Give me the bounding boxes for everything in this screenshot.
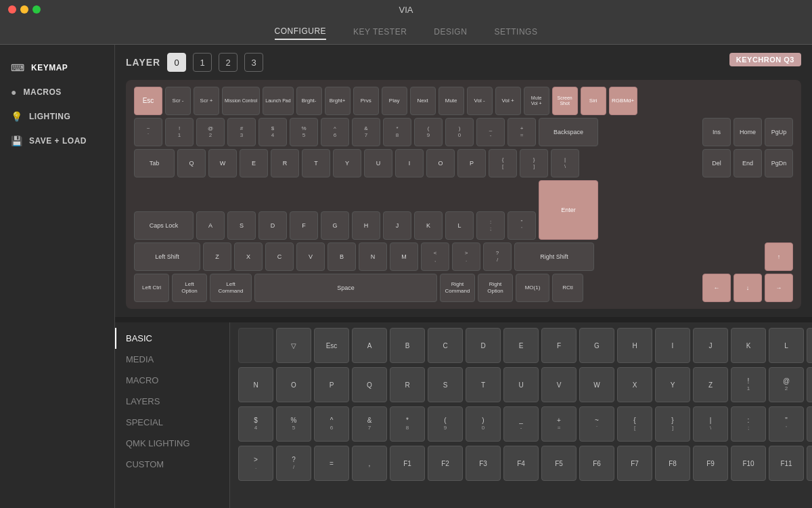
picker-key-g[interactable]: G: [579, 328, 614, 363]
picker-key-i[interactable]: I: [655, 328, 690, 363]
picker-key-dquote[interactable]: "': [769, 406, 804, 442]
picker-key-gt[interactable]: >.: [238, 446, 273, 481]
key-v[interactable]: V: [296, 242, 325, 271]
picker-key-lt[interactable]: <,: [807, 406, 812, 442]
picker-key-f4[interactable]: F4: [503, 446, 539, 481]
picker-key-dollar[interactable]: $4: [238, 406, 273, 442]
key-0[interactable]: )0: [445, 118, 474, 146]
layer-btn-1[interactable]: 1: [193, 53, 212, 72]
key-k[interactable]: K: [414, 211, 443, 240]
picker-key-f11[interactable]: F11: [769, 446, 804, 481]
key-left-shift[interactable]: Left Shift: [134, 242, 200, 271]
picker-key-j[interactable]: J: [693, 328, 728, 363]
layer-btn-3[interactable]: 3: [244, 53, 263, 72]
key-c[interactable]: C: [265, 242, 294, 271]
key-ins[interactable]: Ins: [702, 118, 731, 146]
key-period[interactable]: >.: [452, 242, 480, 271]
nav-configure[interactable]: CONFIGURE: [275, 24, 327, 40]
picker-key-h[interactable]: H: [617, 328, 652, 363]
key-d[interactable]: D: [258, 211, 287, 240]
picker-key-y[interactable]: Y: [655, 367, 690, 402]
key-q[interactable]: Q: [177, 149, 206, 177]
key-end[interactable]: End: [734, 149, 762, 177]
nav-settings[interactable]: SETTINGS: [494, 24, 537, 39]
key-vol-plus[interactable]: Vol +: [495, 87, 521, 115]
key-backslash[interactable]: |\: [551, 149, 579, 177]
key-s[interactable]: S: [227, 211, 256, 240]
key-b[interactable]: B: [328, 242, 356, 271]
picker-key-amp[interactable]: &7: [352, 406, 387, 442]
key-rgbmd-plus[interactable]: RGBMd+: [609, 87, 637, 115]
key-9[interactable]: (9: [414, 118, 443, 146]
picker-key-o[interactable]: O: [276, 367, 311, 402]
picker-key-at[interactable]: @2: [769, 367, 804, 402]
picker-key-p[interactable]: P: [314, 367, 349, 402]
key-p[interactable]: P: [457, 149, 486, 177]
key-mute-vol-plus[interactable]: MuteVol +: [524, 87, 549, 115]
key-mission-control[interactable]: Mission Control: [222, 87, 260, 115]
key-lbracket[interactable]: {[: [489, 149, 517, 177]
key-home[interactable]: Home: [734, 118, 762, 146]
key-w[interactable]: W: [208, 149, 237, 177]
key-mute[interactable]: Mute: [438, 87, 464, 115]
key-j[interactable]: J: [383, 211, 411, 240]
key-slash[interactable]: ?/: [483, 242, 512, 271]
key-u[interactable]: U: [364, 149, 392, 177]
key-brght-minus[interactable]: Brght-: [296, 87, 322, 115]
key-f[interactable]: F: [290, 211, 318, 240]
picker-key-esc[interactable]: Esc: [314, 328, 349, 363]
key-launch-pad[interactable]: Launch Pad: [263, 87, 293, 115]
window-controls[interactable]: [8, 5, 41, 14]
key-8[interactable]: *8: [383, 118, 411, 146]
picker-key-excl[interactable]: !1: [731, 367, 766, 402]
picker-sidebar-basic[interactable]: BASIC: [115, 328, 229, 349]
picker-key-pipe[interactable]: |\: [693, 406, 728, 442]
picker-key-f2[interactable]: F2: [428, 446, 463, 481]
key-o[interactable]: O: [426, 149, 455, 177]
picker-key-tilde[interactable]: ~`: [579, 406, 614, 442]
picker-key-n[interactable]: N: [238, 367, 273, 402]
picker-key-d[interactable]: D: [466, 328, 501, 363]
picker-sidebar-macro[interactable]: MACRO: [115, 370, 229, 391]
sidebar-item-lighting[interactable]: 💡 LIGHTING: [0, 104, 114, 129]
close-button[interactable]: [8, 5, 16, 14]
key-semicolon[interactable]: :;: [476, 211, 505, 240]
key-equals[interactable]: +=: [508, 118, 536, 146]
key-screenshot[interactable]: ScreenShot: [552, 87, 578, 115]
key-tilde[interactable]: ~`: [134, 118, 162, 146]
picker-key-l[interactable]: L: [769, 328, 804, 363]
picker-key-f6[interactable]: F6: [579, 446, 614, 481]
picker-key-plus[interactable]: +=: [541, 406, 577, 442]
key-right-shift[interactable]: Right Shift: [514, 242, 594, 271]
key-e[interactable]: E: [240, 149, 268, 177]
picker-key-b[interactable]: B: [390, 328, 425, 363]
picker-key-u[interactable]: U: [503, 367, 539, 402]
picker-key-z[interactable]: Z: [693, 367, 728, 402]
key-3[interactable]: #3: [227, 118, 256, 146]
key-h[interactable]: H: [352, 211, 380, 240]
picker-sidebar-layers[interactable]: LAYERS: [115, 391, 229, 412]
nav-design[interactable]: DESIGN: [434, 24, 467, 39]
key-i[interactable]: I: [395, 149, 424, 177]
key-l[interactable]: L: [445, 211, 474, 240]
key-mo1[interactable]: MO(1): [516, 274, 549, 302]
key-left-option[interactable]: LeftOption: [172, 274, 207, 302]
picker-key-question[interactable]: ?/: [276, 446, 311, 481]
key-backspace[interactable]: Backspace: [539, 118, 598, 146]
key-z[interactable]: Z: [203, 242, 231, 271]
key-next[interactable]: Next: [410, 87, 436, 115]
key-scr-plus[interactable]: Scr +: [194, 87, 219, 115]
key-down[interactable]: ↓: [734, 274, 762, 302]
layer-btn-2[interactable]: 2: [219, 53, 238, 72]
picker-key-f7[interactable]: F7: [617, 446, 652, 481]
key-7[interactable]: &7: [352, 118, 380, 146]
picker-key-f[interactable]: F: [541, 328, 577, 363]
key-right-option[interactable]: RightOption: [478, 274, 513, 302]
key-brght-plus[interactable]: Brght+: [325, 87, 351, 115]
key-left-command[interactable]: LeftCommand: [210, 274, 252, 302]
picker-key-w[interactable]: W: [579, 367, 614, 402]
key-right[interactable]: →: [765, 274, 793, 302]
picker-key-caret[interactable]: ^6: [314, 406, 349, 442]
picker-key-underscore[interactable]: _-: [503, 406, 539, 442]
picker-key-rbrace[interactable]: }]: [655, 406, 690, 442]
